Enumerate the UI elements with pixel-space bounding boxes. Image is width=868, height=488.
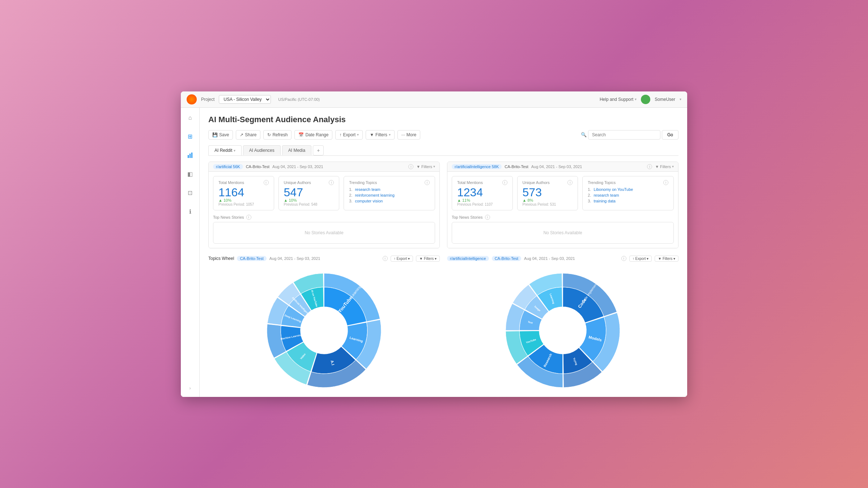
- panel-left-stats: Total Mentions i 1164 ▲ 10% Previous Per…: [213, 176, 435, 210]
- trending-right-2[interactable]: 2. research team: [588, 192, 668, 198]
- filter-left-chevron: ▾: [433, 164, 435, 168]
- svg-rect-1: [190, 154, 191, 158]
- svg-point-12: [301, 308, 347, 353]
- tw-left-info[interactable]: i: [383, 256, 388, 261]
- tw-left-filters[interactable]: ▼ Filters ▾: [416, 256, 440, 262]
- sidebar-item-home[interactable]: ⌂: [184, 112, 196, 124]
- export-icon: ↑: [339, 132, 341, 137]
- trending-list-left: 1. research team 2. reinforcement learni…: [349, 187, 430, 204]
- ua-left-info[interactable]: i: [329, 180, 334, 185]
- trending-left-1[interactable]: 1. research team: [349, 187, 430, 192]
- search-icon: 🔍: [581, 132, 587, 137]
- go-button[interactable]: Go: [662, 130, 678, 140]
- refresh-icon: ↻: [267, 132, 271, 137]
- trending-right-3[interactable]: 3. training data: [588, 198, 668, 204]
- wheel-left-container[interactable]: YouTubeLearningLearningA.IVideoMachine L…: [208, 269, 440, 392]
- sidebar-item-metrics[interactable]: ⊡: [184, 187, 196, 199]
- panel-left-info-icon[interactable]: i: [408, 164, 413, 169]
- ua-left-value: 547: [284, 187, 334, 198]
- page-title: AI Multi-Segment Audience Analysis: [208, 115, 678, 124]
- ua-right-prev: Previous Period: 531: [523, 202, 573, 206]
- wheel-right-container[interactable]: CodeCode ImplementationsModelsTryingRese…: [447, 269, 678, 392]
- tm-right-info[interactable]: i: [502, 180, 507, 185]
- tab-add-button[interactable]: +: [313, 145, 324, 155]
- topics-wheel-right-audience: CA-Brito-Test: [492, 256, 521, 261]
- tw-right-info[interactable]: i: [621, 256, 626, 261]
- top-news-left-section: Top News Stories i No Stories Available: [213, 215, 435, 244]
- more-button[interactable]: ··· More: [397, 130, 420, 140]
- tw-right-filters[interactable]: ▼ Filters ▾: [655, 256, 678, 262]
- unique-authors-right: Unique Authors i 573 ▲ 8% Previous Perio…: [517, 176, 578, 210]
- topics-wheel-left-header: Topics Wheel CA-Brito-Test Aug 04, 2021 …: [208, 256, 440, 262]
- trending-left: Trending Topics i 1. research team: [344, 176, 435, 210]
- more-icon: ···: [401, 132, 405, 137]
- panel-left-segment: r/artificial 56K: [213, 164, 243, 169]
- sidebar-item-grid[interactable]: ⊞: [184, 131, 196, 142]
- trending-left-2[interactable]: 2. reinforcement learning: [349, 192, 430, 198]
- ua-left-prev: Previous Period: 548: [284, 202, 334, 206]
- main-content: AI Multi-Segment Audience Analysis 💾 Sav…: [200, 108, 687, 397]
- tab-reddit[interactable]: AI Reddit ▾: [208, 145, 242, 155]
- panel-right-body: Total Mentions i 1234 ▲ 11% Previous Per…: [447, 172, 678, 248]
- search-bar: 🔍 Go: [581, 130, 678, 140]
- calendar-icon: 📅: [298, 132, 304, 137]
- sidebar-collapse-btn[interactable]: ›: [186, 384, 195, 393]
- ua-right-change: ▲ 8%: [523, 198, 573, 202]
- tab-media[interactable]: AI Media: [282, 145, 311, 155]
- save-button[interactable]: 💾 Save: [208, 130, 233, 140]
- share-icon: ↗: [240, 132, 243, 137]
- panel-right-filter-btn[interactable]: ▼ Filters ▾: [655, 164, 674, 169]
- user-avatar: [641, 95, 650, 104]
- ua-right-info[interactable]: i: [567, 180, 573, 185]
- user-name: SomeUser: [655, 97, 675, 102]
- user-chevron-icon: ▾: [680, 97, 681, 101]
- tab-bar: AI Reddit ▾ AI Audiences AI Media +: [208, 145, 678, 156]
- app-logo: [187, 94, 197, 104]
- export-chevron-icon: ▾: [357, 133, 359, 137]
- tm-left-prev: Previous Period: 1057: [218, 202, 269, 206]
- tw-right-export[interactable]: ↑ Export ▾: [629, 256, 652, 262]
- wheel-grid: YouTubeLearningLearningA.IVideoMachine L…: [208, 269, 678, 392]
- date-range-button[interactable]: 📅 Date Range: [294, 130, 332, 140]
- share-button[interactable]: ↗ Share: [236, 130, 260, 140]
- panel-right-date: Aug 04, 2021 - Sep 03, 2021: [531, 164, 582, 169]
- panel-left: r/artificial 56K CA-Brito-Test Aug 04, 2…: [208, 162, 440, 248]
- total-mentions-right: Total Mentions i 1234 ▲ 11% Previous Per…: [452, 176, 513, 210]
- news-left-info[interactable]: i: [246, 215, 251, 220]
- tm-right-prev: Previous Period: 1107: [457, 202, 507, 206]
- sidebar-item-chart[interactable]: [184, 150, 196, 161]
- news-right-info[interactable]: i: [485, 215, 490, 220]
- tt-right-info[interactable]: i: [663, 180, 668, 185]
- tab-audiences[interactable]: AI Audiences: [243, 145, 281, 155]
- panel-right-info-icon[interactable]: i: [647, 164, 652, 169]
- topics-wheel-headers: Topics Wheel CA-Brito-Test Aug 04, 2021 …: [208, 256, 678, 266]
- tm-left-value: 1164: [218, 187, 269, 198]
- svg-point-22: [540, 308, 586, 353]
- tt-left-info[interactable]: i: [425, 180, 430, 185]
- project-select[interactable]: USA - Silicon Valley: [219, 95, 271, 104]
- search-input[interactable]: [588, 130, 660, 140]
- topics-wheel-left-label: Topics Wheel: [208, 256, 234, 261]
- help-button[interactable]: Help and Support ▾: [600, 97, 637, 102]
- trending-right-1[interactable]: 1. Libonomy on YouTube: [588, 187, 668, 192]
- ua-right-value: 573: [523, 187, 573, 198]
- news-card-right: No Stories Available: [452, 222, 674, 244]
- panel-right-audience: CA-Brito-Test: [505, 164, 528, 169]
- panel-left-filter-btn[interactable]: ▼ Filters ▾: [416, 164, 435, 169]
- filter-right-chevron: ▾: [672, 164, 674, 168]
- sidebar-item-layers[interactable]: ◧: [184, 168, 196, 180]
- toolbar: 💾 Save ↗ Share ↻ Refresh 📅 Date Range ↑: [208, 130, 678, 140]
- timezone-label: US/Pacific (UTC-07:00): [278, 97, 320, 102]
- filters-button[interactable]: ▼ Filters ▾: [366, 130, 395, 140]
- svg-rect-0: [188, 155, 189, 158]
- tm-left-info[interactable]: i: [264, 180, 269, 185]
- panel-right: r/artificialIntelligence 58K CA-Brito-Te…: [447, 162, 678, 248]
- panel-right-segment: r/artificialIntelligence 58K: [452, 164, 502, 169]
- trending-left-3[interactable]: 3. computer vision: [349, 198, 430, 204]
- chevron-down-icon: ▾: [635, 97, 637, 101]
- sidebar-item-info[interactable]: ℹ: [184, 206, 196, 218]
- tw-left-export[interactable]: ↑ Export ▾: [391, 256, 413, 262]
- refresh-button[interactable]: ↻ Refresh: [263, 130, 292, 140]
- panel-right-stats: Total Mentions i 1234 ▲ 11% Previous Per…: [452, 176, 674, 210]
- export-button[interactable]: ↑ Export ▾: [335, 130, 363, 140]
